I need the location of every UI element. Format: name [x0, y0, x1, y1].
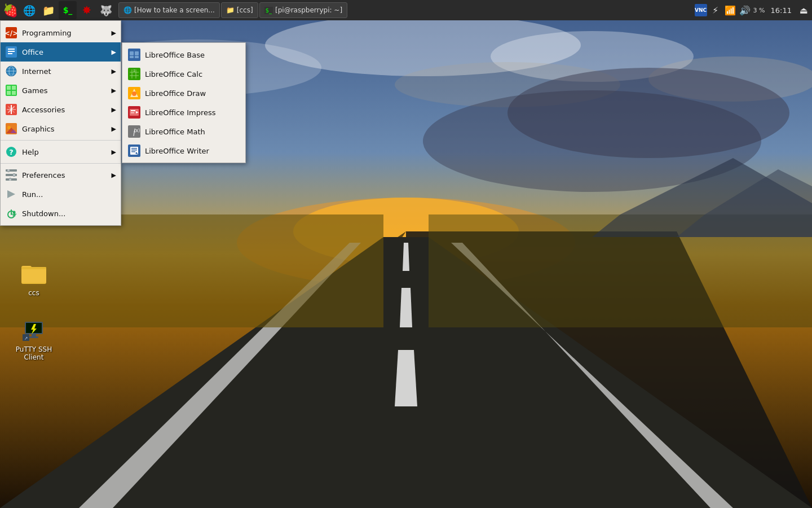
bluetooth-tray-icon[interactable]: ⚡ — [709, 4, 722, 16]
menu-item-programming[interactable]: </> Programming ▶ — [1, 23, 121, 42]
games-label: Games — [22, 86, 47, 95]
menu-item-games[interactable]: Games ▶ — [1, 81, 121, 100]
graphics-icon — [5, 122, 17, 135]
internet-arrow: ▶ — [112, 68, 116, 75]
run-icon — [5, 188, 17, 200]
terminal-launch-icon[interactable]: $_ — [59, 1, 77, 19]
submenu-lo-impress[interactable]: LibreOffice Impress — [122, 103, 245, 122]
battery-display[interactable]: 3 % — [753, 7, 765, 14]
shutdown-icon — [5, 207, 17, 220]
accessories-icon — [5, 103, 17, 116]
office-icon — [5, 46, 17, 58]
red-app-icon[interactable]: ✸ — [78, 1, 96, 19]
help-icon: ? — [5, 146, 17, 158]
submenu-lo-base[interactable]: LibreOffice Base — [122, 45, 245, 64]
lo-base-label: LibreOffice Base — [145, 51, 205, 59]
svg-rect-42 — [135, 51, 139, 55]
menu-item-shutdown[interactable]: Shutdown... — [1, 204, 121, 223]
svg-text:Σ: Σ — [133, 69, 135, 72]
putty-label: PuTTY SSHClient — [16, 345, 52, 362]
eject-tray-icon[interactable]: ⏏ — [797, 4, 810, 16]
lo-math-label: LibreOffice Math — [145, 128, 205, 136]
preferences-icon — [5, 169, 17, 181]
svg-rect-30 — [32, 334, 36, 336]
svg-point-92 — [13, 174, 16, 177]
taskbar-left: 🍓 🌐 📁 $_ ✸ 🐺 — [0, 1, 115, 19]
desktop-icon-putty[interactable]: ↗ PuTTY SSHClient — [11, 316, 56, 362]
svg-rect-43 — [130, 56, 134, 58]
window-btn-filemanager[interactable]: 📁 [ccs] — [221, 2, 258, 18]
svg-rect-37 — [8, 49, 15, 50]
taskbar-windows: 🌐 [How to take a screen... 📁 [ccs] $_ [p… — [118, 2, 347, 18]
filemanager-launch-icon[interactable]: 📁 — [39, 1, 58, 19]
svg-rect-25 — [21, 267, 46, 283]
submenu-lo-draw[interactable]: LibreOffice Draw — [122, 84, 245, 103]
accessories-arrow: ▶ — [112, 106, 116, 113]
svg-rect-66 — [131, 151, 135, 152]
lo-writer-icon — [128, 144, 140, 157]
desktop-icon-area: ccs — [11, 260, 56, 308]
office-label: Office — [22, 48, 43, 56]
svg-rect-64 — [131, 148, 137, 149]
submenu-lo-writer[interactable]: LibreOffice Writer — [122, 141, 245, 160]
svg-text:</>: </> — [6, 29, 17, 37]
submenu-lo-math[interactable]: f (x) LibreOffice Math — [122, 122, 245, 141]
preferences-label: Preferences — [22, 171, 65, 179]
browser-launch-icon[interactable]: 🌐 — [20, 1, 38, 19]
svg-point-83 — [7, 126, 11, 129]
browser-window-icon: 🌐 — [123, 6, 132, 14]
ccs-label: ccs — [28, 289, 39, 297]
menu-item-run[interactable]: Run... — [1, 185, 121, 204]
office-submenu: LibreOffice Base Σ LibreOffice Calc — [122, 42, 246, 163]
svg-rect-41 — [130, 51, 134, 55]
term-window-label: [pi@raspberrypi: ~] — [275, 6, 342, 14]
svg-text:(x): (x) — [134, 128, 140, 133]
svg-rect-31 — [29, 336, 38, 338]
svg-rect-39 — [8, 53, 12, 54]
menu-item-accessories[interactable]: Accessories ▶ — [1, 100, 121, 119]
wifi-tray-icon[interactable]: 📶 — [724, 4, 736, 16]
taskbar: 🍓 🌐 📁 $_ ✸ 🐺 🌐 [How to take a screen... … — [0, 0, 812, 20]
graphics-label: Graphics — [22, 125, 54, 133]
help-arrow: ▶ — [112, 148, 116, 156]
menu-item-preferences[interactable]: Preferences ▶ — [1, 165, 121, 185]
svg-marker-94 — [7, 190, 15, 198]
lo-base-icon — [128, 49, 140, 61]
svg-line-100 — [12, 214, 14, 214]
svg-rect-65 — [131, 150, 137, 151]
menu-item-graphics[interactable]: Graphics ▶ — [1, 119, 121, 138]
run-label: Run... — [22, 190, 43, 199]
games-arrow: ▶ — [112, 87, 116, 94]
fm-window-label: [ccs] — [237, 6, 253, 14]
putty-icon: ↗ — [20, 316, 47, 343]
vnc-tray-icon[interactable]: VNC — [695, 4, 707, 16]
menu-item-office[interactable]: Office ▶ LibreOffice Base — [1, 42, 121, 62]
submenu-lo-calc[interactable]: Σ LibreOffice Calc — [122, 64, 245, 84]
lo-math-icon: f (x) — [128, 125, 140, 138]
svg-point-53 — [132, 91, 136, 96]
lo-impress-icon — [128, 106, 140, 119]
games-icon — [5, 84, 17, 97]
system-tray: VNC ⚡ 📶 🔊 3 % 16:11 ⏏ — [695, 4, 812, 16]
lo-draw-icon — [128, 87, 140, 99]
lo-calc-label: LibreOffice Calc — [145, 70, 202, 78]
browser-window-label: [How to take a screen... — [134, 6, 215, 14]
raspberry-menu-icon[interactable]: 🍓 — [1, 1, 19, 19]
svg-point-93 — [9, 178, 12, 181]
office-arrow: ▶ — [112, 49, 116, 56]
svg-rect-26 — [21, 267, 46, 269]
volume-tray-icon[interactable]: 🔊 — [739, 4, 751, 16]
desktop-icon-ccs[interactable]: ccs — [11, 260, 56, 297]
svg-rect-76 — [12, 91, 16, 95]
fm-window-icon: 📁 — [226, 6, 235, 14]
antivirus-icon[interactable]: 🐺 — [97, 1, 115, 19]
lo-impress-label: LibreOffice Impress — [145, 108, 216, 117]
window-btn-browser[interactable]: 🌐 [How to take a screen... — [118, 2, 220, 18]
menu-item-help[interactable]: ? Help ▶ — [1, 142, 121, 161]
battery-percent: 3 % — [753, 7, 765, 14]
svg-rect-74 — [12, 86, 16, 90]
window-btn-terminal[interactable]: $_ [pi@raspberrypi: ~] — [259, 2, 347, 18]
desktop-icon-putty-area: ↗ PuTTY SSHClient — [11, 316, 56, 373]
menu-item-internet[interactable]: Internet ▶ — [1, 62, 121, 81]
lo-calc-icon: Σ — [128, 68, 140, 80]
